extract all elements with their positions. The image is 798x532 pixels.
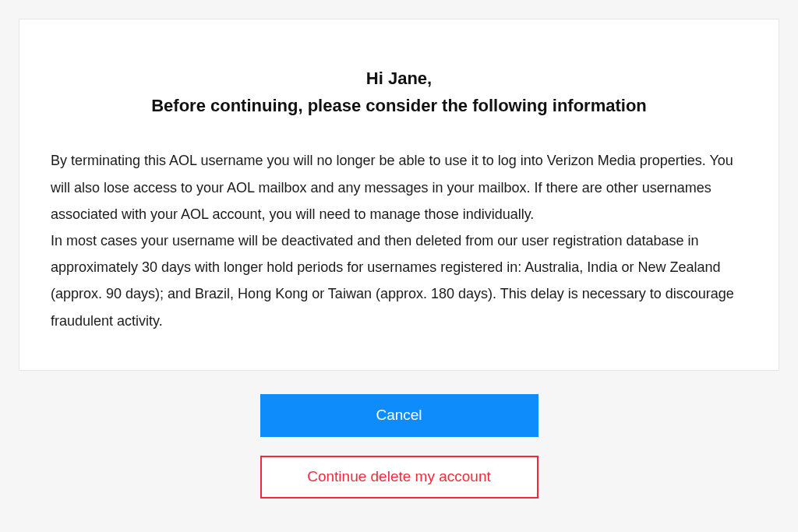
button-group: Cancel Continue delete my account (19, 394, 779, 499)
body-block: By terminating this AOL username you wil… (51, 147, 747, 333)
continue-delete-button[interactable]: Continue delete my account (260, 456, 538, 499)
body-paragraph-1: By terminating this AOL username you wil… (51, 147, 747, 227)
heading-block: Hi Jane, Before continuing, please consi… (51, 65, 747, 119)
info-card: Hi Jane, Before continuing, please consi… (19, 19, 779, 371)
subtitle-text: Before continuing, please consider the f… (51, 92, 747, 119)
body-paragraph-2: In most cases your username will be deac… (51, 227, 747, 334)
greeting-text: Hi Jane, (51, 65, 747, 92)
cancel-button[interactable]: Cancel (260, 394, 538, 437)
